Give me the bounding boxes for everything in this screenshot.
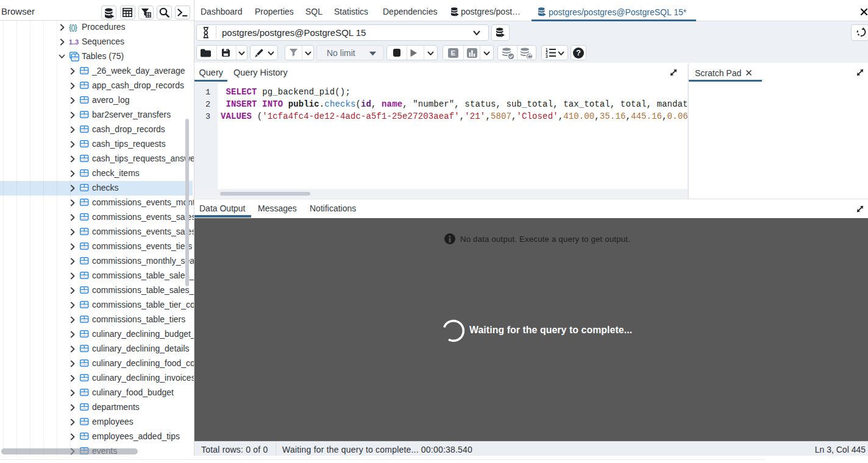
svg-text:3: 3 — [546, 54, 548, 58]
